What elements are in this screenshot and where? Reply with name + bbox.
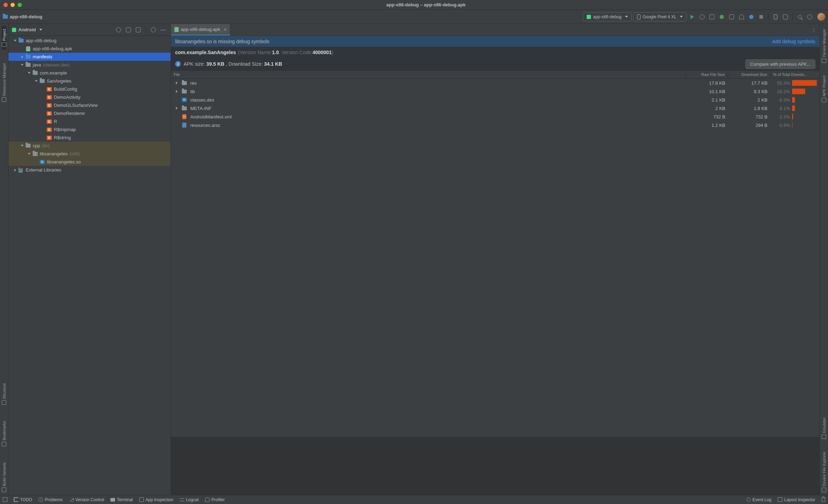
status-event-log[interactable]: Event Log [747,497,771,502]
col-raw-size[interactable]: Raw File Size [686,71,728,78]
table-row[interactable]: resources.arsc1.2 KB294 B0.9% [171,121,820,129]
table-row[interactable]: lib10.1 KB9.3 KB29.2% [171,87,820,96]
run-button[interactable] [688,13,696,21]
table-row[interactable]: classes.dex2.1 KB2 KB6.3% [171,96,820,104]
layout-inspector-icon [778,497,782,502]
project-tree[interactable]: app-x86-debugapp-x86-debug.apkmanifestsj… [8,36,171,495]
sdk-button[interactable] [781,13,790,21]
collapse-all-button[interactable] [134,26,142,34]
chevron-down-icon[interactable] [20,143,25,148]
structure-icon [2,400,6,405]
tree-row[interactable]: DemoRenderer [8,109,171,117]
stop-button[interactable] [757,13,765,21]
tree-row[interactable]: libsanangeles.so [8,158,171,166]
status-profiler[interactable]: Profiler [205,497,225,502]
statusbar: TODO Problems Version Control Terminal A… [0,495,828,504]
panel-settings-button[interactable] [149,26,157,34]
gutter-device-file-explorer[interactable]: Device File Explorer [822,449,826,495]
gutter-emulator[interactable]: Emulator [822,415,826,442]
tree-row[interactable]: java(classes.dex) [8,61,171,69]
search-everywhere-button[interactable] [796,13,804,21]
gutter-bookmarks[interactable]: Bookmarks [2,418,6,449]
chevron-right-icon[interactable] [20,54,25,59]
tree-row[interactable]: com.example [8,69,171,77]
coverage-button[interactable] [727,13,736,21]
raw-size-cell: 732 B [686,114,728,119]
select-opened-file-button[interactable] [115,26,122,34]
tab-options-button[interactable]: ⋮ [808,24,820,35]
table-body[interactable]: res17.8 KB17.7 KB55.3%lib10.1 KB9.3 KB29… [171,79,820,437]
chevron-right-icon[interactable] [174,106,179,111]
device-manager-button[interactable] [771,13,780,21]
table-row[interactable]: AndroidManifest.xml732 B732 B2.2% [171,112,820,121]
apply-changes-button[interactable] [698,13,706,21]
add-debug-symbols-link[interactable]: Add debug symbols [772,39,815,44]
debug-button[interactable] [718,13,726,21]
tree-row[interactable]: libsanangeles(x86) [8,150,171,158]
window-maximize-button[interactable] [18,3,22,7]
window-minimize-button[interactable] [11,3,15,7]
status-layout-inspector[interactable]: Layout Inspector [778,497,815,502]
gutter-project[interactable]: Project [2,26,6,50]
status-problems[interactable]: Problems [38,497,63,502]
shield-icon [729,14,734,19]
chevron-right-icon[interactable] [13,168,18,173]
user-avatar[interactable] [817,13,825,21]
status-logcat[interactable]: Logcat [180,497,199,502]
tree-row[interactable]: app-x86-debug [8,37,171,45]
project-view-dropdown[interactable]: Android [12,27,42,32]
editor-tab-apk[interactable]: app-x86-debug.apk × [171,24,230,35]
tree-row[interactable]: DemoGLSurfaceView [8,101,171,109]
panel-hide-button[interactable]: — [159,26,167,34]
chevron-down-icon[interactable] [34,79,39,84]
gutter-build-variants[interactable]: Build Variants [2,460,6,495]
chevron-down-icon[interactable] [27,71,32,76]
table-row[interactable]: res17.8 KB17.7 KB55.3% [171,79,820,87]
minimize-icon: — [160,27,166,33]
window-close-button[interactable] [4,3,8,7]
expand-all-button[interactable] [125,26,132,34]
compare-apk-button[interactable]: Compare with previous APK... [745,59,815,69]
gutter-apk-project[interactable]: APK Project [822,73,826,105]
tree-row[interactable]: R$string [8,134,171,142]
tree-row[interactable]: manifests [8,53,171,61]
chevron-down-icon[interactable] [20,63,25,67]
profile-button[interactable] [737,13,746,21]
status-windows-icon[interactable] [3,497,7,502]
status-vcs[interactable]: Version Control [69,497,104,502]
breadcrumb-text[interactable]: app-x86-debug [10,14,42,19]
chevron-right-icon[interactable] [174,80,179,85]
logcat-icon [180,498,184,501]
run-config-dropdown[interactable]: app-x86-debug [583,12,632,21]
tree-row[interactable]: SanAngeles [8,77,171,85]
expand-icon [126,27,131,32]
tree-row[interactable]: R [8,117,171,125]
close-tab-button[interactable]: × [224,27,227,32]
table-row[interactable]: META-INF2 KB1.9 KB6.1% [171,104,820,112]
chevron-down-icon[interactable] [27,151,32,156]
col-file[interactable]: File [171,71,686,78]
settings-button[interactable] [805,13,814,21]
tree-row[interactable]: R$mipmap [8,125,171,134]
status-app-inspection[interactable]: App Inspection [139,497,173,502]
run-tests-button[interactable] [708,13,716,21]
gutter-resource-manager[interactable]: Resource Manager [2,60,6,105]
gutter-device-manager[interactable]: Device Manager [822,26,826,66]
tree-row[interactable]: BuildConfig [8,85,171,93]
apk-size-value: 39.5 KB [206,61,224,67]
tree-row[interactable]: DemoActivity [8,93,171,101]
col-pct[interactable]: % of Total Downlo... [770,71,820,78]
status-terminal[interactable]: Terminal [110,497,133,502]
download-size-cell: 1.9 KB [728,106,770,111]
tree-row[interactable]: cpp(lib) [8,142,171,150]
device-dropdown[interactable]: Google Pixel 4 XL [633,12,687,21]
attach-debugger-button[interactable] [747,13,756,21]
tree-row[interactable]: External Libraries [8,166,171,174]
tree-row[interactable]: app-x86-debug.apk [8,45,171,53]
status-todo[interactable]: TODO [14,497,32,502]
chevron-right-icon[interactable] [174,89,179,94]
col-download-size[interactable]: Download Size [728,71,770,78]
status-ide-lock[interactable] [822,498,825,502]
chevron-down-icon[interactable] [13,38,18,43]
gutter-structure[interactable]: Structure [2,380,6,408]
